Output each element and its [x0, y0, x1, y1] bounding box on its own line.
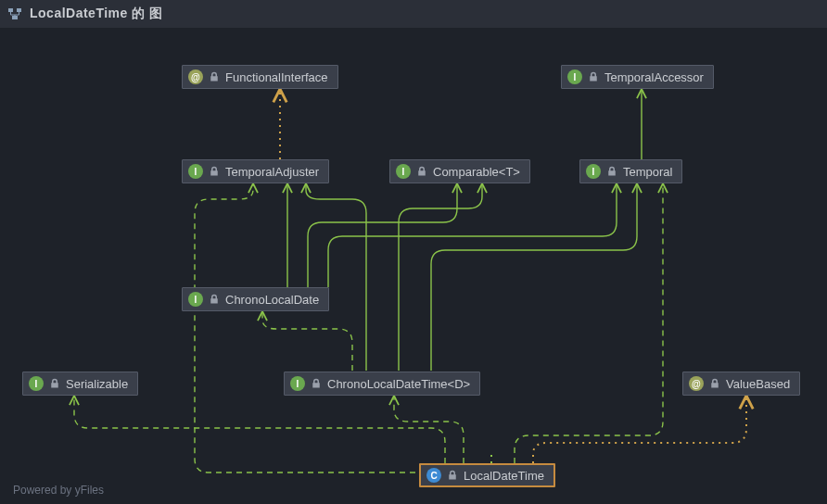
footer-credit: Powered by yFiles	[13, 484, 104, 497]
title-bar: LocalDateTime 的 图	[0, 0, 827, 28]
interface-icon: I	[29, 376, 44, 391]
class-icon: C	[426, 468, 441, 483]
svg-rect-2	[12, 16, 18, 19]
node-label: ChronoLocalDate	[225, 293, 319, 307]
node-value-based[interactable]: @ ValueBased	[682, 372, 800, 396]
lock-icon	[209, 294, 220, 305]
lock-icon	[49, 378, 60, 389]
page-title: LocalDateTime 的 图	[30, 6, 163, 22]
lock-icon	[209, 166, 220, 177]
interface-icon: I	[188, 292, 203, 307]
lock-icon	[588, 71, 599, 82]
node-local-date-time[interactable]: C LocalDateTime	[419, 463, 555, 487]
lock-icon	[209, 71, 220, 82]
svg-rect-1	[17, 8, 21, 12]
node-label: ValueBased	[726, 377, 790, 391]
node-label: FunctionalInterface	[225, 70, 328, 84]
node-label: LocalDateTime	[464, 469, 544, 483]
lock-icon	[416, 166, 427, 177]
node-temporal[interactable]: I Temporal	[579, 159, 682, 183]
node-comparable[interactable]: I Comparable<T>	[389, 159, 530, 183]
interface-icon: I	[586, 164, 601, 179]
node-label: Comparable<T>	[433, 165, 520, 179]
node-label: Serializable	[66, 377, 128, 391]
diagram-icon	[7, 6, 22, 21]
lock-icon	[447, 470, 458, 481]
svg-rect-0	[8, 8, 13, 12]
node-chrono-local-date-time[interactable]: I ChronoLocalDateTime<D>	[284, 372, 480, 396]
edges-layer	[0, 28, 827, 504]
node-label: ChronoLocalDateTime<D>	[327, 377, 470, 391]
node-label: TemporalAdjuster	[225, 165, 319, 179]
node-temporal-adjuster[interactable]: I TemporalAdjuster	[182, 159, 329, 183]
lock-icon	[606, 166, 617, 177]
interface-icon: I	[290, 376, 305, 391]
interface-icon: I	[396, 164, 411, 179]
interface-icon: I	[188, 164, 203, 179]
node-label: Temporal	[623, 165, 672, 179]
lock-icon	[709, 378, 720, 389]
diagram-canvas[interactable]: @ FunctionalInterface I TemporalAccessor…	[0, 28, 827, 504]
lock-icon	[311, 378, 322, 389]
node-label: TemporalAccessor	[604, 70, 704, 84]
node-chrono-local-date[interactable]: I ChronoLocalDate	[182, 287, 329, 311]
node-functional-interface[interactable]: @ FunctionalInterface	[182, 65, 338, 89]
annotation-icon: @	[689, 376, 704, 391]
interface-icon: I	[567, 69, 582, 84]
annotation-icon: @	[188, 69, 203, 84]
node-temporal-accessor[interactable]: I TemporalAccessor	[561, 65, 714, 89]
node-serializable[interactable]: I Serializable	[22, 372, 138, 396]
